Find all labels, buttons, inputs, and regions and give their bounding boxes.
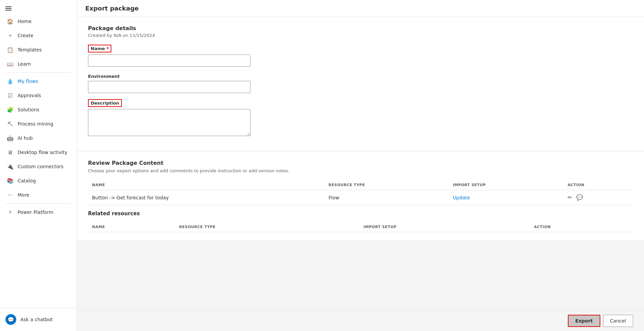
sidebar-label-approvals: Approvals xyxy=(18,93,41,98)
ai-hub-icon: 🤖 xyxy=(7,135,14,141)
name-input[interactable] xyxy=(88,54,250,67)
sidebar-item-catalog[interactable]: 📚 Catalog xyxy=(1,174,75,187)
page-title: Export package xyxy=(85,5,636,12)
sidebar-item-approvals[interactable]: ☑ Approvals xyxy=(1,89,75,102)
sidebar-item-my-flows[interactable]: 💧 My flows xyxy=(1,74,75,88)
hamburger-menu[interactable] xyxy=(0,0,77,14)
page-header: Export package xyxy=(77,0,644,17)
main-content: Export package Package details Created b… xyxy=(77,0,644,331)
sidebar-divider-2 xyxy=(5,203,71,204)
cancel-button[interactable]: Cancel xyxy=(603,315,633,327)
more-icon: ··· xyxy=(7,192,14,198)
package-details-title: Package details xyxy=(88,25,633,31)
sidebar-label-templates: Templates xyxy=(18,47,42,52)
chatbot-button[interactable]: 💬 Ask a chatbot xyxy=(0,311,77,328)
sidebar-item-more[interactable]: ··· More xyxy=(1,188,75,202)
sidebar-bottom: 💬 Ask a chatbot xyxy=(0,308,77,331)
col-header-import-setup: IMPORT SETUP xyxy=(449,180,563,190)
sidebar-item-learn[interactable]: 📖 Learn xyxy=(1,57,75,71)
import-setup-link[interactable]: Update xyxy=(453,195,470,200)
package-content-table: NAME RESOURCE TYPE IMPORT SETUP ACTION B… xyxy=(88,180,633,205)
related-col-action: ACTION xyxy=(530,222,633,232)
learn-icon: 📖 xyxy=(7,61,14,67)
hamburger-icon xyxy=(5,5,12,12)
sidebar-item-home[interactable]: 🏠 Home xyxy=(1,15,75,28)
sidebar-label-my-flows: My flows xyxy=(18,79,38,84)
sidebar-item-custom-connectors[interactable]: 🔌 Custom connectors xyxy=(1,160,75,173)
solutions-icon: 🧩 xyxy=(7,106,14,113)
package-details-section: Package details Created by N/A on 11/15/… xyxy=(77,17,644,150)
description-label: Description xyxy=(88,99,122,107)
col-header-name: NAME xyxy=(88,180,325,190)
environment-field-group: Environment xyxy=(88,73,633,93)
review-subtitle: Choose your export options and add comme… xyxy=(88,168,633,173)
chatbot-icon: 💬 xyxy=(5,314,16,325)
catalog-icon: 📚 xyxy=(7,177,14,184)
sidebar-label-custom-connectors: Custom connectors xyxy=(18,164,64,169)
package-details-subtitle: Created by N/A on 11/15/2024 xyxy=(88,33,633,38)
sidebar-item-desktop-flow-activity[interactable]: 🖥 Desktop flow activity xyxy=(1,146,75,159)
custom-connectors-icon: 🔌 xyxy=(7,163,14,170)
sidebar-item-process-mining[interactable]: ⛏ Process mining xyxy=(1,117,75,131)
sidebar-label-ai-hub: AI hub xyxy=(18,135,33,141)
templates-icon: 📋 xyxy=(7,46,14,53)
environment-input[interactable] xyxy=(88,81,250,93)
sidebar-item-power-platform[interactable]: ⚡ Power Platform xyxy=(1,205,75,219)
name-field-group: Name * xyxy=(88,45,633,67)
edit-icon[interactable]: ✏️ xyxy=(568,194,572,201)
approvals-icon: ☑ xyxy=(7,92,14,99)
sidebar-label-process-mining: Process mining xyxy=(18,121,53,127)
chatbot-label: Ask a chatbot xyxy=(20,317,53,322)
description-field-group: Description xyxy=(88,99,633,136)
col-header-resource-type: RESOURCE TYPE xyxy=(325,180,449,190)
review-title: Review Package Content xyxy=(88,160,633,166)
row-action: ✏️ 💬 xyxy=(563,190,633,205)
sidebar-label-desktop-flow-activity: Desktop flow activity xyxy=(18,150,67,155)
section-spacer xyxy=(88,205,633,211)
row-resource-type: Flow xyxy=(325,190,449,205)
content-area: Package details Created by N/A on 11/15/… xyxy=(77,17,644,310)
row-name: Button -> Get forecast for today xyxy=(88,190,325,205)
sidebar-label-learn: Learn xyxy=(18,61,31,67)
export-button[interactable]: Export xyxy=(568,315,600,327)
row-import-setup: Update xyxy=(449,190,563,205)
my-flows-icon: 💧 xyxy=(7,78,14,85)
name-label: Name * xyxy=(88,45,111,52)
sidebar-label-more: More xyxy=(18,192,29,198)
footer-bar: Export Cancel xyxy=(77,310,644,331)
sidebar-label-solutions: Solutions xyxy=(18,107,39,112)
sidebar-label-catalog: Catalog xyxy=(18,178,36,183)
review-package-section: Review Package Content Choose your expor… xyxy=(77,152,644,240)
sidebar-label-home: Home xyxy=(18,19,31,24)
sidebar-item-templates[interactable]: 📋 Templates xyxy=(1,43,75,57)
related-resources-table: NAME RESOURCE TYPE IMPORT SETUP ACTION xyxy=(88,222,633,232)
environment-label: Environment xyxy=(88,74,120,79)
sidebar-item-ai-hub[interactable]: 🤖 AI hub xyxy=(1,131,75,145)
table-row: Button -> Get forecast for today Flow Up… xyxy=(88,190,633,205)
sidebar: 🏠 Home ＋ Create 📋 Templates 📖 Learn 💧 My… xyxy=(0,0,77,331)
process-mining-icon: ⛏ xyxy=(7,120,14,127)
sidebar-item-solutions[interactable]: 🧩 Solutions xyxy=(1,103,75,116)
power-platform-icon: ⚡ xyxy=(7,209,14,216)
create-icon: ＋ xyxy=(7,32,14,39)
sidebar-label-power-platform: Power Platform xyxy=(18,209,53,215)
description-input[interactable] xyxy=(88,109,250,136)
related-header-row: NAME RESOURCE TYPE IMPORT SETUP ACTION xyxy=(88,222,633,232)
sidebar-item-create[interactable]: ＋ Create xyxy=(1,29,75,42)
table-header-row: NAME RESOURCE TYPE IMPORT SETUP ACTION xyxy=(88,180,633,190)
comment-icon[interactable]: 💬 xyxy=(576,194,583,201)
related-col-import-setup: IMPORT SETUP xyxy=(359,222,530,232)
related-col-resource-type: RESOURCE TYPE xyxy=(175,222,359,232)
sidebar-divider xyxy=(5,72,71,73)
home-icon: 🏠 xyxy=(7,18,14,25)
col-header-action: ACTION xyxy=(563,180,633,190)
action-icons: ✏️ 💬 xyxy=(568,194,629,201)
related-col-name: NAME xyxy=(88,222,175,232)
sidebar-label-create: Create xyxy=(18,33,34,38)
related-resources-title: Related resources xyxy=(88,211,633,217)
desktop-flow-icon: 🖥 xyxy=(7,149,14,156)
